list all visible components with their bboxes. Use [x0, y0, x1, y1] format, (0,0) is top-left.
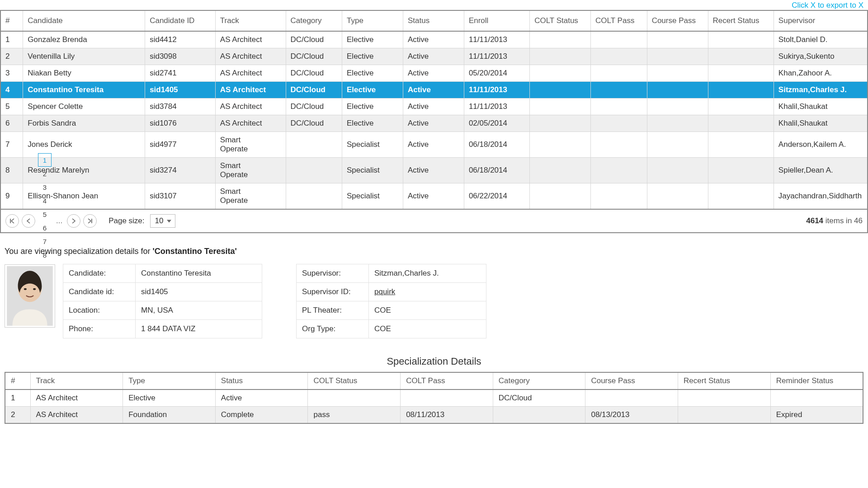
pager-page-button[interactable]: 2: [38, 167, 52, 180]
grid-cell: Elective: [342, 115, 403, 132]
spec-header[interactable]: #: [5, 372, 30, 389]
table-row[interactable]: 1AS ArchitectElectiveActiveDC/Cloud: [5, 389, 863, 407]
table-row[interactable]: 2Ventenilla Lilysid3098AS ArchitectDC/Cl…: [0, 48, 868, 65]
grid-cell: Elective: [342, 48, 403, 65]
spec-header[interactable]: Track: [30, 372, 123, 389]
detail-label: Org Type:: [296, 319, 369, 338]
grid-cell: [286, 183, 342, 210]
spec-cell: [678, 407, 771, 424]
detail-value: sid1405: [135, 282, 262, 301]
table-row[interactable]: 2AS ArchitectFoundationCompletepass08/11…: [5, 407, 863, 424]
grid-cell: sid3098: [145, 48, 216, 65]
table-row[interactable]: 1Gonzalez Brendasid4412AS ArchitectDC/Cl…: [0, 31, 868, 48]
grid-cell: DC/Cloud: [286, 31, 342, 48]
grid-cell: [708, 82, 774, 99]
grid-cell: [591, 65, 647, 82]
grid-cell: DC/Cloud: [286, 48, 342, 65]
grid-header[interactable]: Type: [342, 10, 403, 31]
grid-cell: [530, 99, 591, 115]
grid-cell: Elective: [342, 31, 403, 48]
grid-cell: [647, 31, 708, 48]
grid-cell: Active: [403, 31, 464, 48]
grid-cell: [530, 115, 591, 132]
spec-header[interactable]: Type: [123, 372, 216, 389]
spec-header[interactable]: Reminder Status: [770, 372, 863, 389]
grid-cell: [591, 48, 647, 65]
spec-cell: 1: [5, 389, 30, 407]
grid-cell: Constantino Teresita: [23, 82, 145, 99]
grid-cell: [647, 115, 708, 132]
spec-header[interactable]: Category: [493, 372, 585, 389]
prev-page-icon: [26, 218, 31, 224]
pager-page-button[interactable]: 7: [38, 235, 52, 248]
pager-page-button[interactable]: 3: [38, 180, 52, 194]
grid-header[interactable]: Recert Status: [708, 10, 774, 31]
grid-cell: AS Architect: [215, 65, 286, 82]
spec-header[interactable]: COLT Status: [308, 372, 401, 389]
spec-header[interactable]: Status: [215, 372, 308, 389]
detail-value: COE: [368, 301, 486, 320]
pager-first-button[interactable]: [5, 214, 19, 228]
grid-cell: 06/18/2014: [464, 132, 529, 158]
spec-cell: AS Architect: [30, 407, 123, 424]
spec-header[interactable]: Course Pass: [585, 372, 678, 389]
page-size-select[interactable]: 10: [150, 214, 176, 228]
grid-header[interactable]: Supervisor: [774, 10, 868, 31]
next-page-icon: [71, 218, 76, 224]
pager-page-button[interactable]: 5: [38, 207, 52, 221]
grid-cell: Stolt,Daniel D.: [774, 31, 868, 48]
detail-value: MN, USA: [135, 301, 262, 320]
pager-page-button[interactable]: 4: [38, 194, 52, 207]
grid-cell: Active: [403, 82, 464, 99]
pager-last-button[interactable]: [83, 214, 97, 228]
spec-header[interactable]: Recert Status: [678, 372, 771, 389]
grid-cell: sid4977: [145, 132, 216, 158]
grid-cell: Specialist: [342, 132, 403, 158]
export-link[interactable]: Click X to export to X: [0, 0, 868, 10]
detail-label: Location:: [63, 301, 136, 320]
grid-cell: sid3274: [145, 158, 216, 183]
grid-cell: 6: [0, 115, 23, 132]
table-row[interactable]: 4Constantino Teresitasid1405AS Architect…: [0, 82, 868, 99]
grid-cell: [530, 65, 591, 82]
candidate-info-right: Supervisor:Sitzman,Charles J.Supervisor …: [297, 264, 486, 338]
grid-header[interactable]: Candidate: [23, 10, 145, 31]
grid-header[interactable]: COLT Pass: [591, 10, 647, 31]
grid-cell: Spieller,Dean A.: [774, 158, 868, 183]
grid-cell: 2: [0, 48, 23, 65]
pager-next-button[interactable]: [67, 214, 80, 228]
grid-header[interactable]: Category: [286, 10, 342, 31]
grid-header[interactable]: Candidate ID: [145, 10, 216, 31]
grid-cell: 8: [0, 158, 23, 183]
grid-cell: Anderson,Kailem A.: [774, 132, 868, 158]
grid-cell: Ventenilla Lily: [23, 48, 145, 65]
grid-header[interactable]: #: [0, 10, 23, 31]
grid-cell: 06/18/2014: [464, 158, 529, 183]
table-row[interactable]: 7Jones Dericksid4977SmartOperateSpeciali…: [0, 132, 868, 158]
table-row[interactable]: 6Forbis Sandrasid1076AS ArchitectDC/Clou…: [0, 115, 868, 132]
detail-heading: You are viewing specialization details f…: [5, 247, 863, 256]
grid-header[interactable]: COLT Status: [530, 10, 591, 31]
svg-point-3: [33, 288, 36, 290]
grid-cell: sid1405: [145, 82, 216, 99]
pager-page-button[interactable]: 6: [38, 221, 52, 235]
table-row[interactable]: 3Niakan Bettysid2741AS ArchitectDC/Cloud…: [0, 65, 868, 82]
pager-page-button[interactable]: 1: [38, 153, 52, 167]
grid-cell: [647, 132, 708, 158]
spec-header[interactable]: COLT Pass: [401, 372, 493, 389]
grid-header[interactable]: Track: [215, 10, 286, 31]
grid-header[interactable]: Enroll: [464, 10, 529, 31]
grid-cell: [647, 99, 708, 115]
grid-header[interactable]: Status: [403, 10, 464, 31]
detail-value[interactable]: pquirk: [368, 282, 486, 301]
spec-cell: [678, 389, 771, 407]
grid-cell: 4: [0, 82, 23, 99]
grid-cell: Khan,Zahoor A.: [774, 65, 868, 82]
grid-cell: [647, 48, 708, 65]
table-row[interactable]: 9Ellison-Shanon Jeansid3107SmartOperateS…: [0, 183, 868, 210]
table-row[interactable]: 8Resendiz Marelynsid3274SmartOperateSpec…: [0, 158, 868, 183]
grid-header[interactable]: Course Pass: [647, 10, 708, 31]
table-row[interactable]: 5Spencer Colettesid3784AS ArchitectDC/Cl…: [0, 99, 868, 115]
grid-cell: AS Architect: [215, 99, 286, 115]
pager-prev-button[interactable]: [22, 214, 35, 228]
